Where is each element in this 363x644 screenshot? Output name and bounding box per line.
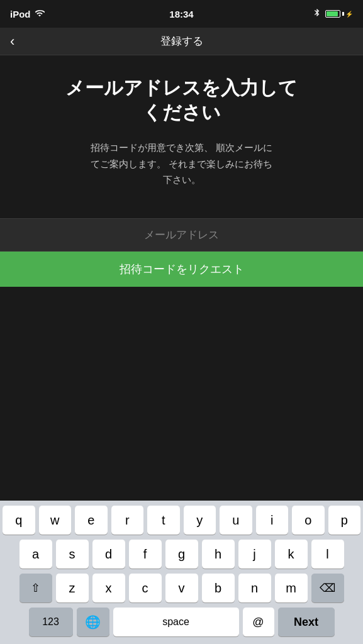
key-w[interactable]: w xyxy=(39,506,72,535)
nav-bar: ‹ 登録する xyxy=(0,28,363,55)
key-y[interactable]: y xyxy=(184,506,216,535)
key-f[interactable]: f xyxy=(129,540,162,569)
key-e[interactable]: e xyxy=(75,506,108,535)
key-n[interactable]: n xyxy=(238,574,271,602)
key-space[interactable]: space xyxy=(113,608,239,636)
key-t[interactable]: t xyxy=(147,506,180,535)
key-k[interactable]: k xyxy=(275,540,308,569)
key-g[interactable]: g xyxy=(165,540,198,569)
nav-title: 登録する xyxy=(160,34,203,48)
page-heading: メールアドレスを入力してください xyxy=(18,75,345,125)
key-j[interactable]: j xyxy=(238,540,271,569)
status-bar: iPod 18:34 ⚡ xyxy=(0,0,363,28)
key-shift[interactable]: ⇧ xyxy=(20,574,52,602)
keyboard-row-3: ⇧ z x c v b n m ⌫ xyxy=(3,574,360,602)
key-at[interactable]: @ xyxy=(243,608,274,636)
key-b[interactable]: b xyxy=(202,574,235,602)
key-123[interactable]: 123 xyxy=(29,608,73,636)
request-invite-button[interactable]: 招待コードをリクエスト xyxy=(0,252,363,287)
key-r[interactable]: r xyxy=(111,506,144,535)
key-c[interactable]: c xyxy=(129,574,162,602)
key-u[interactable]: u xyxy=(220,506,252,535)
status-left: iPod xyxy=(10,8,45,20)
key-globe[interactable]: 🌐 xyxy=(77,608,109,636)
key-m[interactable]: m xyxy=(275,574,308,602)
key-q[interactable]: q xyxy=(3,506,35,535)
status-time: 18:34 xyxy=(169,9,193,19)
key-d[interactable]: d xyxy=(92,540,125,569)
main-content: メールアドレスを入力してください 招待コードが用意でき次第、 順次メールにてご案… xyxy=(0,55,363,218)
key-p[interactable]: p xyxy=(328,506,361,535)
wifi-icon xyxy=(35,8,45,20)
key-h[interactable]: h xyxy=(202,540,235,569)
key-l[interactable]: l xyxy=(311,540,344,569)
key-delete[interactable]: ⌫ xyxy=(311,574,344,602)
keyboard-row-1: q w e r t y u i o p xyxy=(3,506,360,535)
key-v[interactable]: v xyxy=(165,574,198,602)
key-x[interactable]: x xyxy=(92,574,125,602)
key-next[interactable]: Next xyxy=(278,608,335,636)
keyboard-row-bottom: 123 🌐 space @ Next xyxy=(3,608,360,636)
email-input-container[interactable]: メールアドレス xyxy=(0,218,363,252)
key-i[interactable]: i xyxy=(256,506,289,535)
back-button[interactable]: ‹ xyxy=(10,33,14,50)
battery-icon: ⚡ xyxy=(325,10,353,18)
keyboard-row-2: a s d f g h j k l xyxy=(3,540,360,569)
key-s[interactable]: s xyxy=(56,540,89,569)
bluetooth-icon xyxy=(313,8,321,19)
page-description: 招待コードが用意でき次第、 順次メールにてご案内します。 それまで楽しみにお待ち… xyxy=(18,140,345,188)
email-placeholder[interactable]: メールアドレス xyxy=(144,229,219,241)
key-a[interactable]: a xyxy=(20,540,52,569)
charge-icon: ⚡ xyxy=(345,11,353,18)
keyboard: q w e r t y u i o p a s d f g h j k l ⇧ … xyxy=(0,501,363,644)
status-right: ⚡ xyxy=(313,8,353,19)
device-label: iPod xyxy=(10,9,31,19)
key-o[interactable]: o xyxy=(292,506,325,535)
key-z[interactable]: z xyxy=(56,574,89,602)
